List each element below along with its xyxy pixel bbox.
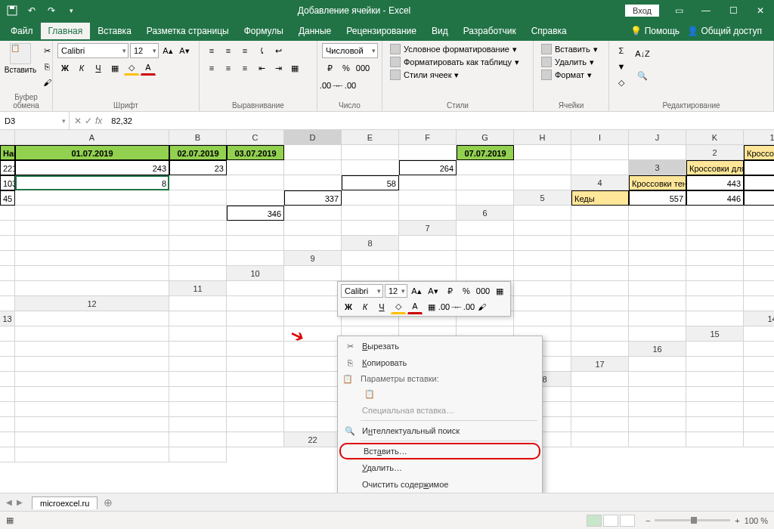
cell[interactable] <box>284 266 342 281</box>
increase-font-icon[interactable]: A▴ <box>160 43 175 58</box>
italic-button[interactable]: К <box>74 60 89 76</box>
row-header[interactable]: 9 <box>284 251 342 266</box>
cell[interactable] <box>686 432 744 447</box>
mini-fill-icon[interactable]: ◇ <box>391 299 406 314</box>
cell[interactable] <box>342 266 399 281</box>
cell[interactable] <box>284 296 342 311</box>
tab-file[interactable]: Файл <box>3 23 41 39</box>
cell[interactable] <box>686 221 744 236</box>
tab-formulas[interactable]: Формулы <box>237 23 291 39</box>
cell[interactable] <box>457 190 514 206</box>
cell[interactable] <box>457 266 514 281</box>
align-center-icon[interactable]: ≡ <box>221 60 236 76</box>
cell[interactable] <box>284 160 342 175</box>
cell[interactable] <box>15 311 169 326</box>
cell[interactable] <box>571 145 629 160</box>
borders-icon[interactable]: ▦ <box>107 60 122 76</box>
cell[interactable] <box>15 281 169 296</box>
login-button[interactable]: Вход <box>625 5 659 17</box>
ctx-insert[interactable]: Вставить… <box>339 443 540 459</box>
cell[interactable]: 07.07.2019 <box>457 145 514 160</box>
tab-insert[interactable]: Вставка <box>90 23 139 39</box>
add-sheet-icon[interactable]: ⊕ <box>104 496 113 509</box>
cell[interactable] <box>284 387 342 402</box>
cell[interactable] <box>169 372 227 387</box>
cell[interactable] <box>399 145 457 160</box>
cell[interactable] <box>284 311 342 326</box>
tab-developer[interactable]: Разработчик <box>456 23 524 39</box>
row-header[interactable]: 2 <box>686 145 744 160</box>
ctx-cut[interactable]: ✂Вырезать <box>339 338 540 354</box>
cell[interactable] <box>15 206 169 221</box>
bold-button[interactable]: Ж <box>57 60 73 76</box>
share-button[interactable]: 👤 Общий доступ <box>687 26 762 36</box>
cell[interactable] <box>399 175 457 190</box>
cell[interactable] <box>744 206 774 221</box>
cell[interactable] <box>629 296 686 311</box>
qat-dropdown-icon[interactable]: ▾ <box>62 2 80 20</box>
fx-icon[interactable]: fx <box>95 116 102 126</box>
mini-merge-icon[interactable]: ▦ <box>492 283 507 298</box>
select-all[interactable] <box>0 130 15 145</box>
paste-button[interactable]: 📋 Вставить <box>5 43 36 74</box>
cell[interactable] <box>399 190 457 206</box>
cell[interactable] <box>284 221 342 236</box>
cell[interactable] <box>15 432 169 447</box>
mini-borders-icon[interactable]: ▦ <box>424 299 439 314</box>
cell[interactable] <box>629 281 686 296</box>
cell[interactable] <box>227 175 284 190</box>
cell[interactable]: 02.07.2019 <box>169 145 227 160</box>
cell[interactable] <box>744 296 774 311</box>
mini-painter-icon[interactable]: 🖌 <box>474 299 489 314</box>
find-icon[interactable]: 🔍 <box>632 65 653 86</box>
autosum-icon[interactable]: Σ <box>614 43 629 58</box>
cell[interactable] <box>744 236 774 251</box>
row-header[interactable]: 12 <box>15 296 169 311</box>
cell[interactable] <box>0 296 15 311</box>
cell[interactable] <box>686 311 744 326</box>
cell[interactable]: Кроссовки беговые <box>744 145 774 160</box>
col-header[interactable]: A <box>15 130 169 145</box>
mini-dec-font-icon[interactable]: A▾ <box>426 283 441 298</box>
cell[interactable]: 58 <box>342 175 399 190</box>
cell[interactable]: 03.07.2019 <box>227 145 284 160</box>
cell[interactable] <box>0 281 15 296</box>
cell[interactable] <box>342 221 399 236</box>
cell[interactable]: 243 <box>15 160 169 175</box>
cell[interactable] <box>227 281 284 296</box>
cell[interactable]: 01.07.2019 <box>15 145 169 160</box>
tab-help[interactable]: Справка <box>524 23 574 39</box>
cell[interactable] <box>15 190 169 206</box>
ctx-copy[interactable]: ⎘Копировать <box>339 354 540 371</box>
cell[interactable] <box>284 372 342 387</box>
cell[interactable]: 346 <box>227 206 284 221</box>
cell[interactable] <box>399 266 457 281</box>
cell[interactable] <box>514 296 571 311</box>
cell[interactable] <box>686 206 744 221</box>
cell[interactable] <box>227 372 284 387</box>
cell[interactable] <box>169 357 227 372</box>
cell[interactable] <box>0 221 15 236</box>
cell[interactable] <box>629 266 686 281</box>
font-color-icon[interactable]: A <box>141 60 156 76</box>
comma-icon[interactable]: 000 <box>355 60 370 76</box>
cell[interactable] <box>457 251 514 266</box>
cell[interactable] <box>169 432 227 447</box>
cell[interactable] <box>169 190 227 206</box>
col-header[interactable]: E <box>342 130 399 145</box>
tab-view[interactable]: Вид <box>424 23 456 39</box>
cell[interactable]: 264 <box>399 160 457 175</box>
cell[interactable] <box>514 206 571 221</box>
cell-styles-button[interactable]: Стили ячеек ▾ <box>387 69 522 81</box>
row-header[interactable]: 16 <box>629 342 686 357</box>
cell[interactable] <box>227 311 284 326</box>
mini-font-combo[interactable]: Calibri <box>341 284 383 298</box>
cell[interactable] <box>399 251 457 266</box>
cell[interactable] <box>571 206 629 221</box>
cell[interactable] <box>744 342 774 357</box>
cell[interactable]: 446 <box>686 190 744 206</box>
ribbon-options-icon[interactable]: ▭ <box>665 0 692 21</box>
cell[interactable] <box>227 432 284 447</box>
row-header[interactable]: 1 <box>744 130 774 145</box>
cell[interactable] <box>0 372 15 387</box>
